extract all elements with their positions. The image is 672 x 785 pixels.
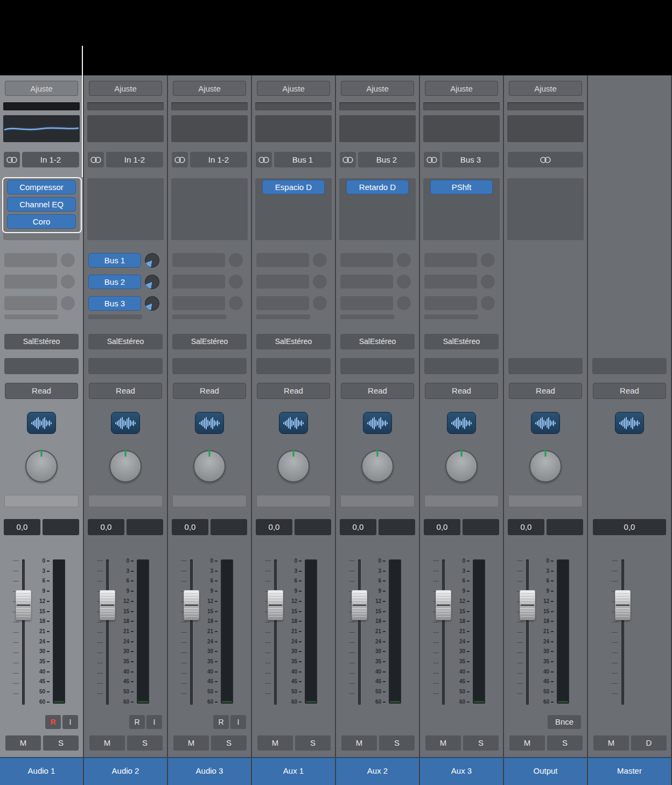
- output-slot[interactable]: SalEstéreo: [4, 334, 79, 349]
- send-slot[interactable]: [424, 253, 477, 267]
- record-enable-button[interactable]: R: [45, 715, 61, 729]
- peak-display[interactable]: [295, 519, 331, 535]
- input-label[interactable]: Bus 2: [358, 152, 415, 167]
- solo-button[interactable]: S: [211, 735, 247, 751]
- send-slot[interactable]: [340, 296, 393, 310]
- send-bus-button[interactable]: Bus 2: [88, 275, 141, 289]
- pan-knob[interactable]: [277, 450, 310, 482]
- mute-button[interactable]: M: [341, 735, 377, 751]
- input-label[interactable]: In 1-2: [190, 152, 247, 167]
- audio-fx-region[interactable]: Retardo D: [339, 178, 416, 240]
- fx-plugin-button[interactable]: Compressor: [7, 180, 76, 194]
- send-bus-button[interactable]: Bus 1: [88, 253, 141, 268]
- audio-fx-region[interactable]: PShft: [423, 178, 500, 240]
- input-label[interactable]: Bus 3: [442, 152, 499, 167]
- fader-handle[interactable]: [184, 590, 199, 620]
- send-slot[interactable]: [172, 275, 225, 289]
- fader-track[interactable]: [442, 559, 445, 705]
- pan-knob[interactable]: [25, 450, 58, 482]
- fx-plugin-button[interactable]: Espacio D: [262, 180, 325, 194]
- volume-display[interactable]: 0,0: [593, 519, 666, 535]
- eq-thumbnail[interactable]: [339, 115, 416, 142]
- output-slot[interactable]: SalEstéreo: [340, 334, 415, 349]
- audio-fx-region[interactable]: CompressorChannel EQCoro: [3, 178, 80, 240]
- mute-button[interactable]: M: [173, 735, 209, 751]
- pan-knob[interactable]: [445, 450, 478, 482]
- fader-handle[interactable]: [436, 590, 451, 620]
- audio-fx-region[interactable]: [171, 178, 248, 240]
- waveform-button[interactable]: [363, 412, 392, 434]
- fader-track[interactable]: [358, 559, 361, 705]
- volume-display[interactable]: 0,0: [88, 519, 124, 535]
- eq-thumbnail[interactable]: [507, 115, 584, 142]
- fader-track[interactable]: [526, 559, 529, 705]
- pan-knob[interactable]: [361, 450, 394, 482]
- fader-handle[interactable]: [352, 590, 367, 620]
- stereo-format-button[interactable]: [4, 152, 20, 167]
- track-name[interactable]: Aux 2: [336, 757, 419, 785]
- group-slot[interactable]: [340, 358, 415, 374]
- eq-thumbnail[interactable]: [87, 115, 164, 142]
- settings-button[interactable]: Ajuste: [5, 81, 78, 96]
- stereo-format-button[interactable]: [508, 152, 583, 167]
- waveform-button[interactable]: [195, 412, 224, 434]
- automation-button[interactable]: Read: [425, 383, 498, 399]
- input-monitor-button[interactable]: I: [230, 715, 246, 729]
- fader-handle[interactable]: [16, 590, 31, 620]
- output-slot[interactable]: SalEstéreo: [172, 334, 247, 349]
- settings-button[interactable]: Ajuste: [425, 81, 498, 96]
- waveform-button[interactable]: [531, 412, 560, 434]
- group-slot[interactable]: [88, 358, 163, 374]
- fader-track[interactable]: [106, 559, 109, 705]
- group-slot[interactable]: [172, 358, 247, 374]
- automation-button[interactable]: Read: [173, 383, 246, 399]
- send-slot[interactable]: [340, 253, 393, 267]
- audio-fx-region[interactable]: Espacio D: [255, 178, 332, 240]
- track-name[interactable]: Audio 1: [0, 757, 83, 785]
- send-slot[interactable]: [172, 296, 225, 310]
- input-monitor-button[interactable]: I: [62, 715, 78, 729]
- solo-button[interactable]: S: [43, 735, 79, 751]
- send-slot[interactable]: [4, 275, 57, 289]
- group-slot[interactable]: [4, 358, 79, 374]
- pan-knob[interactable]: [193, 450, 226, 482]
- peak-display[interactable]: [379, 519, 415, 535]
- track-name[interactable]: Master: [588, 757, 671, 785]
- group-slot[interactable]: [256, 358, 331, 374]
- send-level-knob[interactable]: [145, 253, 159, 268]
- track-name[interactable]: Output: [504, 757, 587, 785]
- fader-track[interactable]: [274, 559, 277, 705]
- solo-button[interactable]: S: [379, 735, 415, 751]
- automation-button[interactable]: Read: [89, 383, 162, 399]
- peak-display[interactable]: [547, 519, 583, 535]
- volume-display[interactable]: 0,0: [4, 519, 40, 535]
- fader-track[interactable]: [190, 559, 193, 705]
- record-enable-button[interactable]: R: [129, 715, 145, 729]
- output-slot[interactable]: SalEstéreo: [424, 334, 499, 349]
- stereo-format-button[interactable]: [424, 152, 440, 167]
- mute-button[interactable]: M: [593, 735, 629, 751]
- eq-thumbnail[interactable]: [3, 115, 80, 142]
- send-level-knob[interactable]: [145, 275, 159, 289]
- fx-plugin-button[interactable]: Coro: [7, 214, 76, 229]
- audio-fx-region[interactable]: [87, 178, 164, 240]
- group-slot[interactable]: [508, 358, 583, 374]
- waveform-button[interactable]: [27, 412, 56, 434]
- mute-button[interactable]: M: [425, 735, 461, 751]
- fader-track[interactable]: [22, 559, 25, 705]
- automation-button[interactable]: Read: [593, 383, 666, 399]
- volume-display[interactable]: 0,0: [172, 519, 208, 535]
- fx-plugin-button[interactable]: Retardo D: [346, 180, 409, 194]
- stereo-format-button[interactable]: [172, 152, 188, 167]
- peak-display[interactable]: [127, 519, 163, 535]
- volume-display[interactable]: 0,0: [508, 519, 544, 535]
- send-slot[interactable]: [340, 275, 393, 289]
- eq-thumbnail[interactable]: [171, 115, 248, 142]
- mute-button[interactable]: M: [89, 735, 125, 751]
- pan-knob[interactable]: [109, 450, 142, 482]
- fader-track[interactable]: [621, 559, 624, 705]
- stereo-format-button[interactable]: [88, 152, 104, 167]
- settings-button[interactable]: Ajuste: [509, 81, 582, 96]
- fader-handle[interactable]: [100, 590, 115, 620]
- volume-display[interactable]: 0,0: [340, 519, 376, 535]
